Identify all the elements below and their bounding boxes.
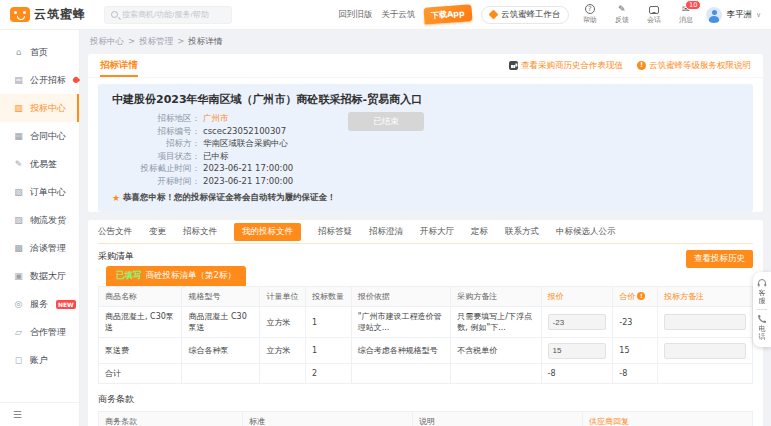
logistics-icon: ▨ [13, 215, 24, 225]
view-bid-history-button[interactable]: 查看投标历史 [686, 250, 753, 268]
price-input[interactable] [548, 314, 606, 330]
tender-title: 中建股份2023年华南区域（广州市）商砼联采招标-贸易商入口 [112, 92, 739, 107]
sidebar-item-logistics[interactable]: ▨ 物流发货 [0, 206, 79, 234]
robot-logo-icon [10, 7, 30, 22]
col-supplier-note: 投标方备注 [657, 287, 752, 307]
lot-tab[interactable]: 已填写 商砼投标清单（第2标） [106, 266, 246, 286]
top-bar: 云筑蜜蜂 回到旧版 关于云筑 下载App 云筑蜜蜂工作台 ? 帮助 ✎ 反馈 会… [0, 0, 771, 30]
tab-announcement-files[interactable]: 公告文件 [98, 226, 132, 238]
sidebar-item-home[interactable]: ⌂ 首页 [0, 38, 79, 66]
sidebar-item-public-tender[interactable]: ▤ 公开招标 [0, 66, 79, 94]
sidebar-item-esign[interactable]: ✎ 优易签 [0, 150, 79, 178]
data-icon: ▣ [13, 271, 24, 281]
tab-changes[interactable]: 变更 [149, 226, 166, 238]
hot-flame-icon [72, 76, 80, 84]
breadcrumb-bid-center[interactable]: 投标中心 [90, 36, 124, 48]
new-badge: NEW [56, 300, 76, 309]
tender-info-panel: 中建股份2023年华南区域（广州市）商砼联采招标-贸易商入口 招标地区：广州市 … [98, 84, 753, 212]
sidebar-collapse-button[interactable]: ☰ [0, 402, 79, 426]
tab-tender-qa[interactable]: 招标答疑 [318, 226, 352, 238]
chevron-down-icon: ∨ [756, 11, 761, 19]
about-link[interactable]: 关于云筑 [381, 9, 415, 21]
col-buyer-note: 采购方备注 [451, 287, 541, 307]
tab-my-bid-files[interactable]: 我的投标文件 [234, 223, 301, 241]
global-search[interactable] [104, 6, 232, 24]
help-icon: ? [585, 4, 595, 14]
info-icon: ! [637, 61, 646, 70]
tab-bid-opening-hall[interactable]: 开标大厅 [420, 226, 454, 238]
sidebar-item-account[interactable]: ◻ 账户 [0, 346, 79, 374]
contract-icon: ▦ [13, 131, 24, 141]
col-product-name: 商品名称 [99, 287, 182, 307]
main-content: 投标中心 > 投标管理 > 投标详情 招标详情 查看采购商历史合作表现值 ! 云… [80, 30, 771, 426]
sidebar-item-contract-center[interactable]: ▦ 合同中心 [0, 122, 79, 150]
tab-tender-clarification[interactable]: 招标澄清 [369, 226, 403, 238]
brand-logo[interactable]: 云筑蜜蜂 [10, 6, 86, 23]
breadcrumb-current: 投标详情 [188, 36, 222, 48]
search-icon [111, 11, 118, 18]
phone-icon [757, 314, 767, 324]
table-row: 泵送费 综合各种泵 立方米 1 综合考虑各种规格型号 不含税单价 15 [99, 338, 753, 364]
old-version-link[interactable]: 回到旧版 [338, 9, 372, 21]
feedback-button[interactable]: ✎ 反馈 [610, 4, 633, 25]
user-name: 李平洲 [726, 9, 752, 21]
download-app-badge[interactable]: 下载App [424, 4, 473, 24]
user-menu[interactable]: 李平洲 ∨ [706, 7, 761, 23]
chat-button[interactable]: 会话 [642, 5, 665, 25]
breadcrumb-bid-management[interactable]: 投标管理 [139, 36, 173, 48]
tab-winner-announcement[interactable]: 中标候选人公示 [556, 226, 616, 238]
divider [757, 309, 767, 310]
headset-icon [757, 278, 767, 288]
bid-items-table: 商品名称 规格型号 计量单位 投标数量 报价依据 采购方备注 报价 合价! 投标… [98, 286, 753, 384]
col-unit: 计量单位 [260, 287, 306, 307]
tab-tender-detail[interactable]: 招标详情 [100, 54, 138, 77]
breadcrumb: 投标中心 > 投标管理 > 投标详情 [90, 36, 763, 48]
collapse-icon: ☰ [13, 409, 22, 420]
customer-service-button[interactable]: 客服 [757, 278, 767, 305]
chat-icon [649, 6, 659, 14]
bid-content-card: 公告文件 变更 招标文件 我的投标文件 招标答疑 招标澄清 开标大厅 定标 联系… [88, 220, 763, 426]
workbench-button[interactable]: 云筑蜜蜂工作台 [481, 6, 570, 24]
sidebar-item-order-center[interactable]: ▧ 订单中心 [0, 178, 79, 206]
business-terms-table: 商务条款 标准 说明 供应商回复 暂无数据 [98, 411, 753, 426]
sidebar-item-data-hall[interactable]: ▣ 数据大厅 [0, 262, 79, 290]
phone-button[interactable]: 电话 [757, 314, 767, 341]
tab-contact[interactable]: 联系方式 [505, 226, 539, 238]
amount-info-icon: ! [637, 292, 645, 300]
sidebar-item-cooperation[interactable]: ▱ 合作管理 [0, 318, 79, 346]
project-status: 已中标 [203, 150, 229, 163]
service-icon: ◎ [13, 299, 24, 309]
lot-filled-badge: 已填写 [116, 270, 142, 282]
help-button[interactable]: ? 帮助 [578, 4, 601, 25]
tender-number: cscec23052100307 [203, 125, 286, 138]
sidebar-item-bid-center[interactable]: ▥ 投标中心 [0, 94, 79, 122]
bid-deadline: 2023-06-21 17:00:00 [203, 162, 293, 175]
tab-tender-files[interactable]: 招标文件 [183, 226, 217, 238]
tender-region: 广州市 [203, 112, 229, 125]
supplier-note-input[interactable] [664, 314, 746, 330]
buyer-history-link[interactable]: 查看采购商历史合作表现值 [509, 60, 623, 72]
esign-icon: ✎ [13, 159, 24, 169]
col-spec: 规格型号 [182, 287, 260, 307]
message-button[interactable]: ✉ 10 消息 [674, 4, 697, 25]
tab-award[interactable]: 定标 [471, 226, 488, 238]
supplier-note-input[interactable] [664, 343, 746, 359]
col-basis: 报价依据 [351, 287, 451, 307]
purchase-list-title: 采购清单 [98, 250, 134, 263]
col-price: 报价 [541, 287, 613, 307]
search-input[interactable] [122, 10, 225, 19]
sidebar-item-negotiation[interactable]: ▩ 洽谈管理 [0, 234, 79, 262]
negotiation-icon: ▩ [13, 243, 24, 253]
sidebar-item-service[interactable]: ◎ 服务 NEW [0, 290, 79, 318]
status-ended-button[interactable]: 已结束 [348, 112, 424, 131]
order-icon: ▧ [13, 187, 24, 197]
service-level-link[interactable]: ! 云筑蜜蜂等级服务权限说明 [637, 60, 751, 72]
business-terms-title: 商务条款 [98, 393, 753, 406]
price-input[interactable] [548, 343, 606, 359]
avatar [706, 7, 722, 23]
star-icon: ★ [112, 193, 120, 203]
bid-icon: ▥ [13, 103, 24, 113]
tender-party: 华南区域联合采购中心 [203, 137, 288, 150]
tender-icon: ▤ [13, 75, 24, 85]
cooperation-icon: ▱ [13, 327, 24, 337]
